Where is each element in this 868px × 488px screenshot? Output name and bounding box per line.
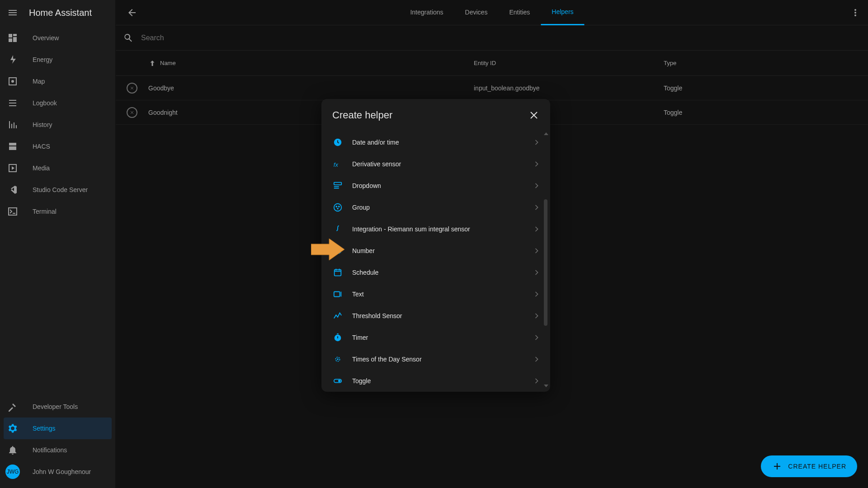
column-type[interactable]: Type — [664, 60, 857, 66]
terminal-icon — [7, 206, 18, 217]
svg-rect-3 — [334, 183, 342, 185]
play-icon — [7, 163, 18, 174]
chevron-right-icon — [532, 203, 541, 212]
sidebar-item-studio-code[interactable]: Studio Code Server — [0, 179, 115, 201]
list-icon — [7, 98, 18, 108]
sidebar-item-label: Map — [33, 78, 45, 85]
sidebar-item-label: Overview — [33, 34, 59, 42]
helper-option-timer[interactable]: Timer — [325, 327, 548, 348]
tab-integrations[interactable]: Integrations — [399, 0, 454, 25]
svg-point-7 — [337, 208, 339, 210]
annotation-arrow — [311, 239, 344, 260]
helper-option-schedule[interactable]: Schedule — [325, 262, 548, 283]
bolt-icon — [7, 54, 18, 65]
dropdown-icon — [332, 180, 343, 191]
sidebar-item-label: Settings — [33, 425, 56, 432]
sidebar-nav: Overview Energy Map Logbook History HACS… — [0, 25, 115, 396]
user-name: John W Goughenour — [33, 468, 91, 475]
map-icon — [7, 76, 18, 87]
helper-option-number[interactable]: Number — [325, 240, 548, 262]
gear-icon — [7, 423, 18, 434]
row-type: Toggle — [664, 84, 857, 92]
helper-option-toggle[interactable]: Toggle — [325, 370, 548, 392]
helper-option-dropdown[interactable]: Dropdown — [325, 175, 548, 197]
svg-rect-11 — [334, 292, 340, 297]
sun-clock-icon — [332, 354, 343, 365]
search-input[interactable] — [141, 34, 861, 42]
app-title: Home Assistant — [29, 8, 92, 18]
create-helper-button[interactable]: CREATE HELPER — [761, 455, 857, 477]
tab-devices[interactable]: Devices — [454, 0, 499, 25]
column-name[interactable]: Name — [148, 59, 474, 67]
store-icon — [7, 141, 18, 152]
sidebar-item-settings[interactable]: Settings — [4, 418, 112, 439]
scroll-thumb[interactable] — [544, 199, 547, 326]
chevron-right-icon — [532, 311, 541, 320]
tabs: Integrations Devices Entities Helpers — [399, 0, 584, 25]
threshold-icon — [332, 310, 343, 321]
helper-option-integration[interactable]: Integration - Riemann sum integral senso… — [325, 218, 548, 240]
overflow-menu-icon[interactable] — [850, 7, 861, 18]
bell-icon — [7, 445, 18, 455]
sidebar-item-label: Notifications — [33, 446, 67, 454]
svg-point-14 — [337, 358, 339, 360]
table-row[interactable]: Goodbye input_boolean.goodbye Toggle — [116, 76, 868, 100]
dialog-title: Create helper — [332, 109, 392, 121]
chevron-right-icon — [532, 225, 541, 234]
back-icon[interactable] — [127, 7, 137, 18]
sidebar-item-terminal[interactable]: Terminal — [0, 201, 115, 222]
tab-helpers[interactable]: Helpers — [541, 0, 584, 25]
sidebar-item-overview[interactable]: Overview — [0, 27, 115, 49]
scroll-down-icon — [544, 385, 548, 387]
close-icon[interactable] — [528, 110, 539, 121]
chevron-right-icon — [532, 268, 541, 277]
avatar: JWG — [5, 465, 20, 479]
chevron-right-icon — [532, 138, 541, 147]
sidebar-item-history[interactable]: History — [0, 114, 115, 136]
chevron-right-icon — [532, 355, 541, 364]
plus-icon — [772, 461, 783, 472]
calendar-icon — [332, 267, 343, 278]
chart-icon — [7, 119, 18, 130]
chevron-right-icon — [532, 181, 541, 190]
helper-option-group[interactable]: Group — [325, 197, 548, 218]
vscode-icon — [7, 184, 18, 195]
sidebar: Home Assistant Overview Energy Map Logbo… — [0, 0, 116, 488]
helper-option-datetime[interactable]: Date and/or time — [325, 131, 548, 153]
toggle-icon — [332, 375, 343, 386]
svg-point-4 — [334, 204, 342, 211]
helper-option-text[interactable]: Text — [325, 283, 548, 305]
column-entity-id[interactable]: Entity ID — [474, 60, 664, 66]
dashboard-icon — [7, 33, 18, 43]
sidebar-item-notifications[interactable]: Notifications — [0, 439, 115, 461]
chevron-right-icon — [532, 246, 541, 255]
dialog-scrollbar[interactable] — [543, 131, 549, 389]
row-name: Goodbye — [148, 84, 474, 92]
menu-icon[interactable] — [7, 7, 18, 18]
sidebar-item-label: Media — [33, 164, 50, 172]
svg-text:fx: fx — [334, 161, 339, 168]
helper-option-derivative[interactable]: fx Derivative sensor — [325, 153, 548, 175]
sidebar-item-label: Studio Code Server — [33, 186, 88, 193]
helper-option-times-of-day[interactable]: Times of the Day Sensor — [325, 348, 548, 370]
sidebar-item-map[interactable]: Map — [0, 70, 115, 92]
chevron-right-icon — [532, 376, 541, 385]
create-helper-dialog: Create helper Date and/or time fx Deriva… — [321, 99, 550, 392]
helper-option-threshold[interactable]: Threshold Sensor — [325, 305, 548, 327]
integral-icon — [332, 224, 343, 235]
sidebar-item-label: HACS — [33, 143, 50, 150]
sidebar-item-devtools[interactable]: Developer Tools — [0, 396, 115, 418]
sidebar-user[interactable]: JWG John W Goughenour — [0, 461, 115, 483]
svg-point-16 — [338, 380, 341, 382]
hammer-icon — [7, 401, 18, 412]
sidebar-item-label: Developer Tools — [33, 403, 78, 410]
sidebar-item-logbook[interactable]: Logbook — [0, 92, 115, 114]
svg-rect-10 — [335, 270, 341, 276]
sidebar-item-hacs[interactable]: HACS — [0, 136, 115, 157]
svg-point-6 — [338, 206, 340, 207]
sidebar-item-energy[interactable]: Energy — [0, 49, 115, 70]
topbar: Integrations Devices Entities Helpers — [116, 0, 868, 25]
tab-entities[interactable]: Entities — [498, 0, 541, 25]
chevron-right-icon — [532, 160, 541, 169]
sidebar-item-media[interactable]: Media — [0, 157, 115, 179]
